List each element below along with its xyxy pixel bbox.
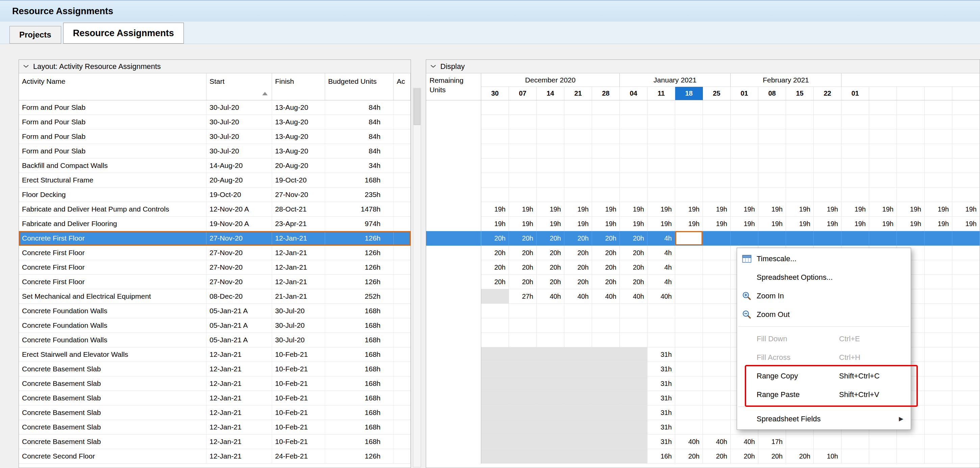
grid-cell[interactable] <box>620 173 648 188</box>
grid-cell[interactable] <box>952 362 980 376</box>
grid-cell[interactable] <box>952 289 980 304</box>
grid-cell[interactable] <box>730 188 758 202</box>
grid-cell[interactable] <box>509 100 537 115</box>
grid-cell[interactable] <box>924 318 952 333</box>
grid-cell[interactable] <box>620 115 648 129</box>
grid-cell[interactable]: 19h <box>786 202 814 216</box>
week-column-header[interactable]: 25 <box>703 87 730 100</box>
grid-cell[interactable] <box>842 144 869 159</box>
grid-cell[interactable] <box>897 449 924 463</box>
grid-cell[interactable] <box>842 159 869 173</box>
grid-cell[interactable]: 31h <box>648 347 675 362</box>
grid-cell[interactable] <box>537 129 564 144</box>
week-column-header[interactable]: 11 <box>648 87 675 100</box>
grid-cell[interactable] <box>703 100 730 115</box>
grid-cell[interactable]: 20h <box>509 246 537 260</box>
grid-cell[interactable] <box>592 188 620 202</box>
week-column-header[interactable]: 04 <box>620 87 648 100</box>
grid-cell[interactable] <box>924 376 952 391</box>
grid-cell[interactable] <box>648 318 675 333</box>
grid-cell[interactable]: 4h <box>648 246 675 260</box>
grid-cell[interactable] <box>758 159 786 173</box>
grid-cell[interactable] <box>814 129 842 144</box>
left-table-vertical-scrollbar[interactable] <box>413 88 421 467</box>
table-row[interactable]: Form and Pour Slab30-Jul-2013-Aug-2084h <box>19 115 410 129</box>
grid-cell[interactable]: 19h <box>924 202 952 216</box>
grid-cell[interactable]: 20h <box>481 231 509 246</box>
grid-cell[interactable]: 19h <box>842 216 869 231</box>
grid-cell[interactable] <box>869 159 897 173</box>
grid-cell[interactable]: 20h <box>481 246 509 260</box>
table-row[interactable]: Concrete First Floor27-Nov-2012-Jan-2112… <box>19 231 410 246</box>
grid-cell[interactable] <box>703 376 730 391</box>
grid-cell[interactable]: 19h <box>758 216 786 231</box>
grid-cell[interactable] <box>592 159 620 173</box>
grid-cell[interactable]: 4h <box>648 260 675 275</box>
grid-cell[interactable]: 40h <box>592 289 620 304</box>
table-row[interactable]: Concrete Foundation Walls05-Jan-21 A30-J… <box>19 333 410 347</box>
grid-cell[interactable] <box>620 391 648 406</box>
grid-cell[interactable] <box>869 173 897 188</box>
grid-cell[interactable]: 19h <box>592 202 620 216</box>
grid-cell[interactable] <box>952 159 980 173</box>
grid-cell[interactable] <box>869 144 897 159</box>
grid-cell[interactable] <box>592 406 620 420</box>
table-row[interactable]: Concrete Basement Slab12-Jan-2110-Feb-21… <box>19 391 410 406</box>
grid-cell[interactable] <box>675 129 703 144</box>
grid-cell[interactable] <box>842 173 869 188</box>
grid-cell[interactable]: 20h <box>592 275 620 289</box>
grid-cell[interactable] <box>481 376 509 391</box>
grid-cell[interactable] <box>537 144 564 159</box>
grid-cell[interactable] <box>648 159 675 173</box>
grid-cell[interactable] <box>924 304 952 318</box>
grid-cell[interactable] <box>537 173 564 188</box>
table-row[interactable]: Concrete First Floor27-Nov-2012-Jan-2112… <box>19 246 410 260</box>
grid-cell[interactable] <box>758 231 786 246</box>
grid-cell[interactable] <box>509 188 537 202</box>
grid-cell[interactable] <box>592 376 620 391</box>
grid-cell[interactable] <box>703 144 730 159</box>
grid-cell[interactable]: 19h <box>952 202 980 216</box>
week-column-header[interactable]: 30 <box>481 87 509 100</box>
grid-cell[interactable] <box>509 435 537 449</box>
table-row[interactable]: Erect Stairwell and Elevator Walls12-Jan… <box>19 347 410 362</box>
grid-cell[interactable] <box>564 188 592 202</box>
grid-cell[interactable] <box>481 391 509 406</box>
grid-cell[interactable] <box>924 260 952 275</box>
grid-cell[interactable] <box>786 231 814 246</box>
grid-cell[interactable] <box>537 188 564 202</box>
grid-cell[interactable] <box>620 333 648 347</box>
grid-cell[interactable] <box>620 420 648 435</box>
grid-cell[interactable]: 16h <box>648 449 675 463</box>
grid-cell[interactable] <box>481 144 509 159</box>
grid-cell[interactable] <box>675 347 703 362</box>
grid-cell[interactable] <box>952 376 980 391</box>
grid-cell[interactable] <box>564 144 592 159</box>
grid-cell[interactable]: 20h <box>620 260 648 275</box>
grid-cell[interactable] <box>786 188 814 202</box>
table-row[interactable]: Concrete Basement Slab12-Jan-2110-Feb-21… <box>19 420 410 435</box>
grid-cell[interactable] <box>564 420 592 435</box>
grid-cell[interactable]: 19h <box>897 202 924 216</box>
grid-cell[interactable]: 19h <box>648 216 675 231</box>
grid-cell[interactable] <box>952 391 980 406</box>
grid-cell[interactable] <box>564 362 592 376</box>
grid-cell[interactable] <box>924 435 952 449</box>
grid-cell[interactable] <box>814 159 842 173</box>
grid-cell[interactable] <box>703 420 730 435</box>
grid-cell[interactable]: 19h <box>509 202 537 216</box>
grid-cell[interactable]: 20h <box>564 275 592 289</box>
grid-cell[interactable] <box>897 159 924 173</box>
grid-cell[interactable]: 19h <box>703 216 730 231</box>
grid-cell[interactable] <box>592 129 620 144</box>
grid-cell[interactable] <box>592 362 620 376</box>
grid-cell[interactable]: 4h <box>648 275 675 289</box>
grid-cell[interactable] <box>509 449 537 463</box>
grid-cell[interactable] <box>869 115 897 129</box>
grid-cell[interactable]: 40h <box>648 289 675 304</box>
grid-cell[interactable] <box>675 304 703 318</box>
grid-cell[interactable]: 19h <box>509 216 537 231</box>
grid-cell[interactable] <box>592 435 620 449</box>
grid-cell[interactable]: 20h <box>620 231 648 246</box>
grid-cell[interactable] <box>952 304 980 318</box>
